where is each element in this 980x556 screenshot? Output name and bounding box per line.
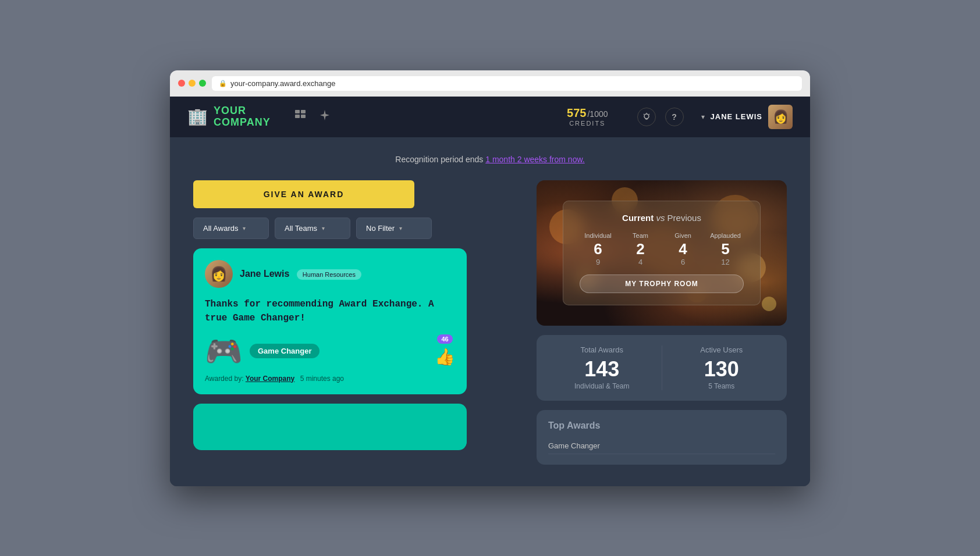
thumbsup-icon[interactable]: 👍 <box>435 347 455 366</box>
like-count-badge: 46 <box>437 334 452 344</box>
header-nav <box>294 109 331 124</box>
teams-filter-arrow: ▾ <box>322 225 325 231</box>
stat-col-applauded: Applauded 5 12 <box>707 232 744 266</box>
header-actions: ? <box>637 108 684 126</box>
like-area[interactable]: 46 👍 <box>435 334 455 366</box>
no-filter-label: No Filter <box>366 224 395 233</box>
stats-overlay: Current vs Previous Individual 6 9 <box>537 180 787 326</box>
dropdown-arrow-icon: ▾ <box>701 113 705 121</box>
app-content: Recognition period ends 1 month 2 weeks … <box>170 137 810 486</box>
credits-max: /1000 <box>587 109 608 119</box>
logo-text: YOUR COMPANY <box>214 105 271 129</box>
individual-label: Individual <box>580 232 616 239</box>
teams-filter[interactable]: All Teams ▾ <box>275 218 350 239</box>
card-bottom: 🎮 Game Changer 46 👍 <box>205 334 455 366</box>
stats-inner-card: Current vs Previous Individual 6 9 <box>563 201 761 305</box>
total-awards-box: Total Awards 143 Individual & Team <box>548 345 656 390</box>
svg-rect-1 <box>301 110 306 113</box>
team-prev: 4 <box>622 258 659 266</box>
card-message: Thanks for recommending Award Exchange. … <box>205 297 455 325</box>
team-label: Team <box>622 232 659 239</box>
grid-icon[interactable] <box>294 109 307 124</box>
trophy-room-button[interactable]: MY TROPHY ROOM <box>580 275 744 293</box>
applauded-current: 5 <box>707 241 744 256</box>
awards-filter[interactable]: All Awards ▾ <box>193 218 269 239</box>
company-link[interactable]: Your Company <box>246 375 294 383</box>
card-user-info: Jane Lewis Human Resources <box>240 269 361 279</box>
svg-rect-0 <box>295 110 300 113</box>
svg-point-4 <box>644 114 649 119</box>
user-area[interactable]: ▾ JANE LEWIS 👩 <box>701 105 793 129</box>
avatar: 👩 <box>768 105 793 129</box>
active-users-box: Active Users 130 5 Teams <box>668 345 776 390</box>
awards-filter-arrow: ▾ <box>243 225 246 231</box>
awards-filter-label: All Awards <box>203 224 238 233</box>
stats-divider <box>662 345 662 390</box>
total-awards-label: Total Awards <box>548 345 656 354</box>
left-column: GIVE AN AWARD All Awards ▾ All Teams ▾ N… <box>193 180 523 465</box>
stats-title: Current vs Previous <box>580 213 744 223</box>
applauded-label: Applauded <box>707 232 744 239</box>
no-filter-arrow: ▾ <box>399 225 402 231</box>
recognition-notice: Recognition period ends 1 month 2 weeks … <box>193 155 787 164</box>
url-text: your-company.award.exchange <box>230 79 335 88</box>
given-label: Given <box>665 232 701 239</box>
active-users-number: 130 <box>668 359 776 380</box>
credits-label: CREDITS <box>567 120 608 127</box>
award-card: 👩 Jane Lewis Human Resources Thanks for … <box>193 248 467 394</box>
help-icon[interactable]: ? <box>665 108 684 126</box>
total-awards-number: 143 <box>548 359 656 380</box>
sparkle-icon[interactable] <box>318 109 331 124</box>
stats-card: Current vs Previous Individual 6 9 <box>537 180 787 326</box>
card-footer: Awarded by: Your Company 5 minutes ago <box>205 375 455 383</box>
user-name: JANE LEWIS <box>711 112 762 121</box>
total-awards-sub: Individual & Team <box>548 382 656 390</box>
maximize-button[interactable] <box>199 80 206 87</box>
main-layout: GIVE AN AWARD All Awards ▾ All Teams ▾ N… <box>193 180 787 465</box>
stats-bottom: Total Awards 143 Individual & Team Activ… <box>537 335 787 401</box>
credits-number: 575 <box>567 106 586 120</box>
award-name-pill: Game Changer <box>250 344 319 358</box>
traffic-lights <box>178 80 206 87</box>
bulb-icon[interactable] <box>637 108 656 126</box>
stat-col-given: Given 4 6 <box>665 232 701 266</box>
individual-prev: 9 <box>580 258 616 266</box>
logo-area: 🏢 YOUR COMPANY <box>187 105 271 129</box>
stat-col-team: Team 2 4 <box>622 232 659 266</box>
gamepad-icon: 🎮 <box>205 336 243 366</box>
applauded-prev: 12 <box>707 258 744 266</box>
team-current: 2 <box>622 241 659 256</box>
individual-current: 6 <box>580 241 616 256</box>
minimize-button[interactable] <box>189 80 196 87</box>
right-column: Current vs Previous Individual 6 9 <box>537 180 787 465</box>
card-user-name: Jane Lewis <box>240 269 289 279</box>
top-awards-title: Top Awards <box>548 420 775 431</box>
svg-line-6 <box>644 114 644 115</box>
stat-col-individual: Individual 6 9 <box>580 232 616 266</box>
address-bar[interactable]: 🔒 your-company.award.exchange <box>212 76 802 91</box>
logo-building-icon: 🏢 <box>187 109 208 125</box>
active-users-label: Active Users <box>668 345 776 354</box>
top-awards-card: Top Awards Game Changer <box>537 410 787 465</box>
lock-icon: 🔒 <box>219 80 227 87</box>
recognition-period-link[interactable]: 1 month 2 weeks from now. <box>485 155 584 164</box>
top-award-item: Game Changer <box>548 438 775 454</box>
filters-row: All Awards ▾ All Teams ▾ No Filter ▾ <box>193 218 523 239</box>
active-users-sub: 5 Teams <box>668 382 776 390</box>
award-card-2 <box>193 404 467 450</box>
browser-chrome: 🔒 your-company.award.exchange <box>170 70 810 97</box>
card-header: 👩 Jane Lewis Human Resources <box>205 260 455 288</box>
card-dept-badge: Human Resources <box>297 269 361 280</box>
given-current: 4 <box>665 241 701 256</box>
stats-grid: Individual 6 9 Team 2 4 <box>580 232 744 266</box>
close-button[interactable] <box>178 80 185 87</box>
svg-rect-2 <box>295 115 300 118</box>
browser-window: 🔒 your-company.award.exchange 🏢 YOUR COM… <box>170 70 810 486</box>
app-header: 🏢 YOUR COMPANY <box>170 97 810 137</box>
no-filter-select[interactable]: No Filter ▾ <box>356 218 432 239</box>
svg-rect-3 <box>301 115 306 118</box>
award-badge-area: 🎮 Game Changer <box>205 336 319 366</box>
give-award-button[interactable]: GIVE AN AWARD <box>193 180 414 208</box>
credits-display: 575 /1000 CREDITS <box>567 106 608 127</box>
teams-filter-label: All Teams <box>285 224 317 233</box>
